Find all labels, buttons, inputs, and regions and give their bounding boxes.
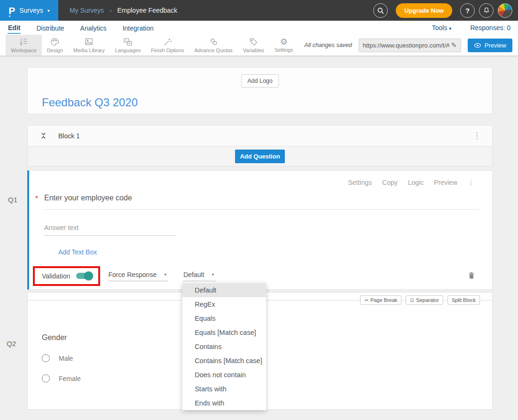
upgrade-now-button[interactable]: Upgrade Now bbox=[396, 3, 452, 18]
force-response-select[interactable]: Force Response ▾ bbox=[108, 271, 168, 281]
collapse-vertical-icon bbox=[40, 132, 47, 140]
svg-text:A: A bbox=[128, 41, 131, 45]
tab-distribute[interactable]: Distribute bbox=[36, 23, 64, 33]
delete-question-button[interactable] bbox=[468, 271, 475, 280]
save-status-text: All changes saved bbox=[304, 42, 352, 48]
breadcrumb-current-survey: Employee Feedback bbox=[117, 7, 177, 14]
dropdown-option-contains[interactable]: Contains bbox=[182, 340, 266, 354]
editor-canvas: Add Logo Feedback Q3 2020 Block 1 ⋮ Add … bbox=[0, 56, 518, 410]
collapse-block-button[interactable] bbox=[40, 132, 47, 140]
answer-text-input[interactable]: Answer text bbox=[44, 224, 176, 236]
tools-label: Tools bbox=[432, 24, 447, 32]
separator-button[interactable]: ☑ Separator bbox=[406, 295, 443, 305]
split-block-button[interactable]: Split Block bbox=[447, 295, 480, 305]
dropdown-option-regex[interactable]: RegEx bbox=[182, 297, 266, 311]
validation-toggle[interactable] bbox=[76, 273, 92, 279]
page-break-icon: ✂ bbox=[364, 298, 368, 303]
preview-button[interactable]: Preview bbox=[468, 39, 512, 52]
toolbar-item-settings[interactable]: ⚙ Settings bbox=[269, 35, 298, 55]
annotation-highlight: Validation bbox=[33, 266, 100, 286]
search-button[interactable] bbox=[373, 3, 388, 18]
toolbar-item-advance-quotas[interactable]: Advance Quotas bbox=[189, 35, 237, 55]
product-switcher[interactable]: P Surveys ▾ bbox=[0, 0, 58, 21]
block-title[interactable]: Block 1 bbox=[58, 132, 80, 140]
radio-icon[interactable] bbox=[42, 374, 50, 382]
toolbar-label: Finish Options bbox=[151, 48, 184, 53]
question-copy-button[interactable]: Copy bbox=[382, 179, 398, 186]
page-break-button[interactable]: ✂ Page Break bbox=[360, 295, 401, 305]
radio-option-male[interactable]: Male bbox=[42, 354, 492, 362]
validation-label: Validation bbox=[42, 272, 70, 280]
dropdown-option-ends-with[interactable]: Ends with bbox=[182, 396, 266, 410]
top-bar: P Surveys ▾ My Surveys › Employee Feedba… bbox=[0, 0, 518, 21]
image-icon bbox=[84, 37, 94, 47]
add-logo-button[interactable]: Add Logo bbox=[241, 74, 279, 87]
dropdown-option-default[interactable]: Default bbox=[182, 283, 266, 297]
survey-nav: Edit Distribute Analytics Integration To… bbox=[0, 21, 518, 35]
question-kebab-menu-icon[interactable]: ⋮ bbox=[468, 179, 474, 186]
question-1-number: Q1 bbox=[8, 196, 17, 204]
workspace-icon bbox=[18, 37, 29, 47]
survey-url-field[interactable]: https://www.questionpro.com/t/A ✎ bbox=[359, 39, 461, 52]
toolbar-label: Design bbox=[47, 48, 63, 53]
add-text-box-link[interactable]: Add Text Box bbox=[58, 248, 97, 256]
dropdown-option-contains-match-case[interactable]: Contains [Match case] bbox=[182, 354, 266, 368]
question-2-text[interactable]: Gender bbox=[42, 333, 492, 342]
survey-title[interactable]: Feedback Q3 2020 bbox=[42, 96, 138, 109]
split-block-label: Split Block bbox=[452, 297, 476, 303]
breadcrumb-my-surveys[interactable]: My Surveys bbox=[70, 7, 104, 14]
validation-type-value: Default bbox=[183, 271, 204, 278]
bell-icon bbox=[483, 7, 490, 14]
help-button[interactable]: ? bbox=[460, 3, 475, 18]
question-preview-button[interactable]: Preview bbox=[434, 179, 457, 186]
questionpro-logo-icon: P bbox=[8, 6, 15, 16]
toolbar-item-finish-options[interactable]: Finish Options bbox=[146, 35, 189, 55]
dropdown-option-equals[interactable]: Equals bbox=[182, 311, 266, 325]
radio-option-label: Female bbox=[59, 375, 81, 382]
radio-option-female[interactable]: Female bbox=[42, 374, 492, 382]
block-kebab-menu-icon[interactable]: ⋮ bbox=[473, 132, 481, 140]
question-2-number: Q2 bbox=[7, 340, 16, 348]
chain-links-icon bbox=[209, 37, 219, 47]
responses-count[interactable]: Responses: 0 bbox=[470, 24, 510, 32]
nav-right: Tools ▾ Responses: 0 bbox=[432, 24, 510, 32]
tab-edit[interactable]: Edit bbox=[8, 22, 21, 34]
dropdown-option-starts-with[interactable]: Starts with bbox=[182, 382, 266, 396]
toolbar-item-design[interactable]: Design bbox=[42, 35, 68, 55]
product-label: Surveys bbox=[19, 7, 43, 14]
validation-type-select[interactable]: Default ▾ Default RegEx Equals Equals [M… bbox=[183, 271, 215, 281]
toolbar-item-variables[interactable]: Variables bbox=[238, 35, 269, 55]
question-logic-button[interactable]: Logic bbox=[408, 179, 424, 186]
dropdown-option-does-not-contain[interactable]: Does not contain bbox=[182, 368, 266, 382]
toolbar-item-workspace[interactable]: Workspace bbox=[6, 35, 42, 55]
trash-icon bbox=[468, 271, 475, 280]
dropdown-option-equals-match-case[interactable]: Equals [Match case] bbox=[182, 325, 266, 340]
force-response-value: Force Response bbox=[108, 271, 157, 278]
tab-integration[interactable]: Integration bbox=[122, 23, 154, 33]
toolbar-label: Media Library bbox=[73, 48, 105, 53]
question-settings-button[interactable]: Settings bbox=[348, 179, 372, 186]
survey-url-value: https://www.questionpro.com/t/A bbox=[363, 42, 449, 49]
eye-icon bbox=[474, 42, 481, 48]
avatar[interactable] bbox=[498, 3, 512, 18]
toolbar-item-media-library[interactable]: Media Library bbox=[68, 35, 110, 55]
question-1-text[interactable]: Enter your employee code bbox=[44, 194, 479, 210]
edit-pencil-icon[interactable]: ✎ bbox=[451, 41, 457, 49]
tab-analytics[interactable]: Analytics bbox=[80, 23, 107, 33]
add-question-button[interactable]: Add Question bbox=[235, 150, 284, 163]
radio-icon[interactable] bbox=[42, 354, 50, 362]
chevron-down-icon: ▾ bbox=[47, 8, 50, 13]
radio-option-label: Male bbox=[59, 355, 73, 362]
survey-header-card: Add Logo Feedback Q3 2020 bbox=[27, 67, 493, 114]
chevron-down-icon: ▾ bbox=[449, 26, 451, 31]
notifications-button[interactable] bbox=[479, 3, 494, 18]
toolbar-label: Workspace bbox=[11, 48, 37, 53]
svg-text:x̄: x̄ bbox=[125, 39, 127, 42]
gear-icon: ⚙ bbox=[280, 38, 288, 46]
page-break-label: Page Break bbox=[370, 297, 397, 303]
toolbar-item-languages[interactable]: x̄ A Languages bbox=[110, 35, 146, 55]
required-asterisk: * bbox=[35, 195, 44, 203]
tools-menu[interactable]: Tools ▾ bbox=[432, 24, 452, 32]
chevron-down-icon: ▾ bbox=[212, 272, 214, 277]
add-question-strip: Add Question bbox=[28, 146, 492, 166]
